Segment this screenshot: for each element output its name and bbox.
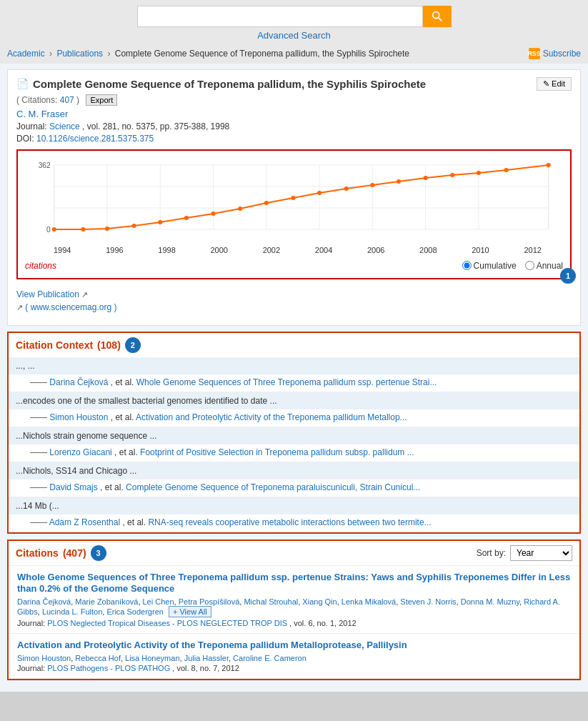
citation-author-link[interactable]: Rebecca Hof [75,654,121,662]
annual-radio[interactable]: Annual [525,261,563,271]
citation-context-title: Citation Context [16,339,93,351]
context-snippet: ...Nichols strain genome sequence ... [9,427,579,444]
svg-point-20 [105,227,109,231]
sciencemag-link[interactable]: ( www.sciencemag.org ) [25,302,116,312]
search-icon [431,10,444,23]
svg-point-24 [211,212,215,216]
citation-author-link[interactable]: Xiang Qin [302,597,337,606]
edit-button[interactable]: ✎ Edit [537,77,572,91]
attribution-title-link[interactable]: Complete Genome Sequence of Treponema pa… [126,482,420,492]
author-link[interactable]: C. M. Fraser [16,109,68,119]
sort-select[interactable]: Year Relevance Date [510,545,572,561]
citations-section-title: Citations (407) 3 [16,545,106,561]
svg-point-22 [158,220,162,224]
citation-context-header: Citation Context (108) 2 [9,333,579,357]
attribution-title-link[interactable]: RNA-seq reveals cooperative metabolic in… [148,517,431,527]
citation-author-link[interactable]: Lenka Mikalová [342,597,396,606]
citation-journal-link[interactable]: PLOS Pathogens - PLOS PATHOG [47,664,170,672]
attribution-title-link[interactable]: Footprint of Positive Selection in Trepo… [140,447,414,457]
chart-radio-group: Cumulative Annual [462,261,563,271]
context-snippet: ..., ... [9,357,579,374]
citations-header: Citations (407) 3 Sort by: Year Relevanc… [9,541,579,566]
svg-point-30 [370,183,374,187]
context-item: ...14 Mb (... —— Adam Z Rosenthal , et a… [9,497,579,532]
svg-point-19 [81,227,85,232]
search-input[interactable] [137,6,423,27]
citations-section-count: (407) [63,547,86,559]
citation-author-link[interactable]: Lei Chen [143,597,174,606]
citation-author-link[interactable]: Lucinda L. Fulton [42,607,102,616]
svg-point-31 [397,179,401,184]
sort-label: Sort by: [477,548,506,558]
subscribe-button[interactable]: RSS Subscribe [529,48,581,59]
citations-section-badge: 3 [91,545,106,561]
citation-author-link[interactable]: Michal Strouhal [244,597,298,606]
citation-authors: Darina Čejková, Marie Zobaníková, Lei Ch… [17,597,571,617]
svg-point-35 [504,168,509,172]
citation-journal-link[interactable]: PLOS Neglected Tropical Diseases - PLOS … [47,619,287,627]
context-attribution: —— Simon Houston , et al. Activation and… [9,409,579,427]
chart-citations-label: citations [25,261,56,271]
attribution-title-link[interactable]: Whole Genome Sequences of Three Treponem… [136,377,437,387]
journal-info: Journal: Science , vol. 281, no. 5375, p… [16,121,572,131]
citation-author-link[interactable]: Petra Pospíšilová [179,597,240,606]
citation-author-link[interactable]: Steven J. Norris [400,597,456,606]
citations-row: ( Citations: 407 ) Export [16,94,572,106]
context-item: ..., ... —— Darina Čejková , et al. Whol… [9,357,579,392]
context-item: ...Nichols, SS14 and Chicago ... —— Davi… [9,462,579,497]
svg-point-33 [450,173,454,177]
svg-point-34 [477,171,481,175]
attribution-author-link[interactable]: Adam Z Rosenthal [49,517,120,527]
citations-section: Citations (407) 3 Sort by: Year Relevanc… [7,539,581,681]
citation-author-link[interactable]: Darina Čejková [17,597,71,606]
citations-prefix: Citations: [21,95,59,105]
sort-row: Sort by: Year Relevance Date [477,545,572,561]
paper-card: 📄 Complete Genome Sequence of Treponema … [7,69,581,326]
cumulative-radio[interactable]: Cumulative [462,261,517,271]
attribution-author-link[interactable]: Darina Čejková [49,377,108,387]
view-publication-link[interactable]: View Publication [16,289,79,299]
citation-author-link[interactable]: Simon Houston [17,654,71,662]
breadcrumb-academic[interactable]: Academic [7,49,45,59]
doi-link[interactable]: 10.1126/science.281.5375.375 [36,134,154,144]
svg-text:362: 362 [39,161,51,169]
view-all-button[interactable]: + View All [169,606,211,617]
advanced-search-link[interactable]: Advanced Search [257,30,331,41]
attribution-author-link[interactable]: Simon Houston [49,412,108,422]
attribution-author-link[interactable]: Lorenzo Giacani [49,447,111,457]
attribution-title-link[interactable]: Activation and Proteolytic Activity of t… [136,412,407,422]
paper-title: Complete Genome Sequence of Treponema pa… [33,77,426,91]
citation-author-link[interactable]: Caroline E. Cameron [233,654,307,662]
breadcrumb: Academic › Publications › Complete Genom… [0,44,588,64]
context-attribution: —— Darina Čejková , et al. Whole Genome … [9,374,579,392]
citations-label: Citations [16,547,59,559]
doi-row: DOI: 10.1126/science.281.5375.375 [16,134,572,144]
citation-paper-title-link[interactable]: Whole Genome Sequences of Three Treponem… [17,572,571,596]
export-button[interactable]: Export [86,94,117,106]
citation-author-link[interactable]: Donna M. Muzny [461,597,519,606]
breadcrumb-publications[interactable]: Publications [56,49,103,59]
citations-count-link[interactable]: 407 [60,95,74,105]
citation-author-link[interactable]: Lisa Honeyman [125,654,179,662]
document-icon: 📄 [16,78,29,89]
search-area: Advanced Search [0,0,588,44]
citation-journal: Journal: PLOS Neglected Tropical Disease… [17,619,571,627]
context-attribution: —— Lorenzo Giacani , et al. Footprint of… [9,444,579,462]
svg-point-25 [238,207,242,211]
journal-link[interactable]: Science [49,121,80,131]
svg-point-21 [132,224,136,228]
context-snippet: ...14 Mb (... [9,497,579,514]
external-link-icon: ↗ [81,290,88,299]
svg-point-32 [424,176,428,180]
citation-context-count: (108) [97,339,121,351]
citation-paper-title-link[interactable]: Activation and Proteolytic Activity of t… [17,640,571,652]
svg-point-18 [52,227,56,232]
citation-author-link[interactable]: Erica Sodergren [106,607,164,616]
citation-context-section: Citation Context (108) 2 ..., ... —— Dar… [7,332,581,534]
svg-point-28 [317,191,322,195]
citation-author-link[interactable]: Julia Hassler [184,654,229,662]
search-button[interactable] [423,6,452,27]
citation-author-link[interactable]: Marie Zobaníková [75,597,138,606]
attribution-author-link[interactable]: David Smajs [49,482,97,492]
svg-line-1 [438,18,442,21]
